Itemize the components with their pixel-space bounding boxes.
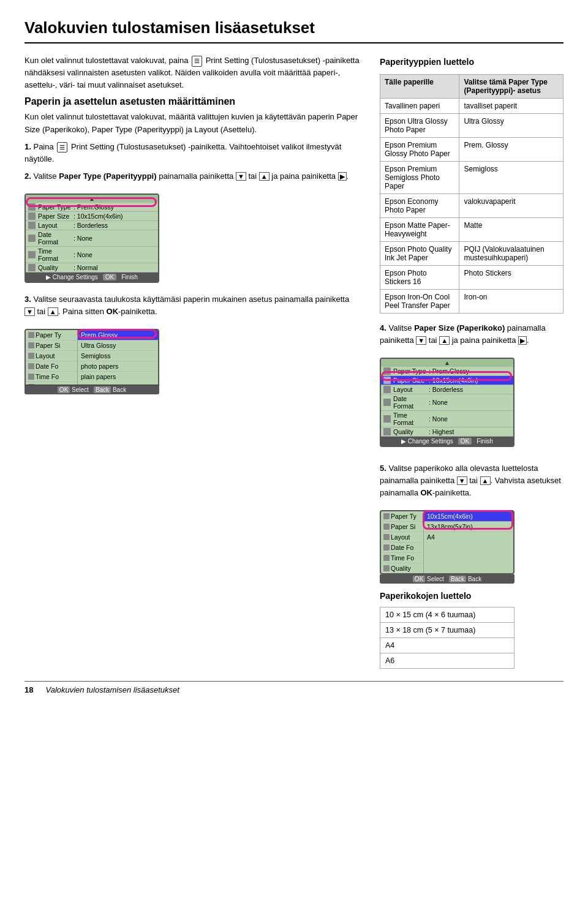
table-row: Epson Matte Paper-HeavyweightMatte <box>380 217 564 241</box>
lcd1-ok[interactable]: OK <box>103 274 116 280</box>
section-intro: Kun olet valinnut tulostettavat valokuva… <box>24 111 361 135</box>
lcd1-row-5: Time Format : None <box>26 247 158 263</box>
table-row: Epson Premium Semigloss Photo PaperSemig… <box>380 161 564 194</box>
lcd3-row-5: Time Format : None <box>381 411 513 427</box>
lcd2-option-2: Ultra Glossy <box>78 340 158 351</box>
size-table-row: A6 <box>380 653 514 669</box>
lcd3-icon-1 <box>383 367 391 375</box>
lcd4-ok-select[interactable]: OK Select <box>413 576 444 582</box>
lcd1-icon-6 <box>28 264 36 271</box>
lcd3-icon-2 <box>383 377 391 384</box>
lcd1-icon-4 <box>28 235 36 242</box>
table-title: Paperityyppien luettelo <box>380 56 564 69</box>
lcd1-row-1: Paper Type : Prem.Glossy <box>26 203 158 212</box>
lcd1-row-3: Layout : Borderless <box>26 221 158 230</box>
lcd4-option-1: 10x15cm(4x6in) <box>424 511 513 522</box>
lcd1-row-2: Paper Size : 10x15cm(4x6in) <box>26 212 158 221</box>
paper-type-table: Tälle paperille Valitse tämä Paper Type … <box>380 74 564 314</box>
table-header-1: Tälle paperille <box>380 74 459 98</box>
lcd1-change-settings: ▶ Change Settings <box>46 274 98 280</box>
size-table-row: A4 <box>380 638 514 653</box>
page-number: 18 <box>24 685 33 694</box>
size-table: 10 × 15 cm (4 × 6 tuumaa)13 × 18 cm (5 ×… <box>380 607 514 669</box>
lcd3-row-1: Paper Type : Prem.Glossy <box>381 367 513 376</box>
step-2: 2. Valitse Paper Type (Paperityyppi) pai… <box>24 170 361 182</box>
lcd1-icon-1 <box>28 203 36 211</box>
lcd1-row-6: Quality : Normal <box>26 263 158 273</box>
print-setting-icon: ☰ <box>192 56 202 67</box>
page-title: Valokuvien tulostamisen lisäasetukset <box>24 18 564 43</box>
table-header-2: Valitse tämä Paper Type (Paperityyppi)- … <box>459 74 564 98</box>
lcd-screen-3-wrap: ▲ Paper Type : Prem.Glossy Paper Size : … <box>380 352 514 456</box>
table-row: Epson Photo Quality Ink Jet PaperPQIJ (V… <box>380 241 564 265</box>
size-table-row: 10 × 15 cm (4 × 6 tuumaa) <box>380 607 514 623</box>
step-1: 1. Paina ☰ Print Setting (Tulostusasetuk… <box>24 141 361 165</box>
step-5: 5. Valitse paperikoko alla olevasta luet… <box>380 462 564 499</box>
lcd-screen-1: ▲ Paper Type : Prem.Glossy Paper Size : … <box>24 194 159 283</box>
lcd-screen-1-wrap: ▲ Paper Type : Prem.Glossy Paper Size : … <box>24 187 159 291</box>
lcd3-row-2: Paper Size : 10x15cm(4x6in) <box>381 376 513 385</box>
lcd3-row-3: Layout : Borderless <box>381 385 513 394</box>
lcd1-footer: ▶ Change Settings OK Finish <box>26 273 158 282</box>
lcd4-option-3: A4 <box>424 532 513 542</box>
lcd3-change-settings: ▶ Change Settings <box>401 438 453 445</box>
lcd2-option-1: Prem.Glossy <box>78 330 158 340</box>
table-row: Epson Iron-On Cool Peel Transfer PaperIr… <box>380 289 564 313</box>
left-column: Kun olet valinnut tulostettavat valokuva… <box>24 55 361 669</box>
lcd1-icon-2 <box>28 212 36 220</box>
lcd2-footer: OK Select Back Back <box>24 385 159 394</box>
lcd2-right-panel: Prem.Glossy Ultra Glossy Semigloss photo… <box>78 330 158 392</box>
lcd-screen-3: ▲ Paper Type : Prem.Glossy Paper Size : … <box>380 358 514 447</box>
right-column: Paperityyppien luettelo Tälle paperille … <box>380 55 564 669</box>
lcd-screen-2-wrap: Paper Ty Paper Si Layout Date Fo Time Fo… <box>24 323 159 403</box>
table-row: Tavallinen paperitavalliset paperit <box>380 98 564 113</box>
size-table-title: Paperikokojen luettelo <box>380 590 564 603</box>
lcd2-left-panel: Paper Ty Paper Si Layout Date Fo Time Fo… <box>26 330 78 392</box>
lcd-screen-4-wrap: Paper Ty Paper Si Layout Date Fo Time Fo… <box>380 504 514 584</box>
lcd3-icon-6 <box>383 428 391 435</box>
print-setting-icon-2: ☰ <box>57 142 67 153</box>
page: Valokuvien tulostamisen lisäasetukset Ku… <box>0 0 588 713</box>
table-row: Epson Photo Stickers 16Photo Stickers <box>380 265 564 289</box>
intro-paragraph: Kun olet valinnut tulostettavat valokuva… <box>24 55 361 91</box>
lcd2-ok-select[interactable]: OK Select <box>58 386 89 393</box>
lcd4-option-2: 13x18cm(5x7in) <box>424 522 513 532</box>
section-title: Paperin ja asettelun asetusten määrittäm… <box>24 96 361 107</box>
lcd1-finish: Finish <box>121 274 138 280</box>
lcd4-back[interactable]: Back Back <box>449 576 481 582</box>
lcd3-ok[interactable]: OK <box>458 438 472 445</box>
table-row: Epson Premium Glossy Photo PaperPrem. Gl… <box>380 137 564 161</box>
lcd2-back[interactable]: Back Back <box>94 386 126 393</box>
lcd4-footer: OK Select Back Back <box>380 574 514 584</box>
lcd3-icon-3 <box>383 386 391 393</box>
footer-bar: 18 Valokuvien tulostamisen lisäasetukset <box>24 681 564 694</box>
lcd1-icon-3 <box>28 222 36 229</box>
lcd3-row-4: Date Format : None <box>381 394 513 411</box>
lcd3-top-arrow: ▲ <box>381 359 513 367</box>
lcd4-right-panel: 10x15cm(4x6in) 13x18cm(5x7in) A4 <box>424 511 513 573</box>
lcd2-option-5: plain papers <box>78 372 158 382</box>
lcd2-option-4: photo papers <box>78 361 158 372</box>
step-3: 3. Valitse seuraavasta taulukosta käyttä… <box>24 293 361 318</box>
lcd3-footer: ▶ Change Settings OK Finish <box>381 437 513 446</box>
lcd3-icon-4 <box>383 399 391 406</box>
lcd3-icon-5 <box>383 415 391 423</box>
footer-title: Valokuvien tulostamisen lisäasetukset <box>45 685 179 694</box>
table-row: Epson Ultra Glossy Photo PaperUltra Glos… <box>380 113 564 137</box>
lcd1-icon-5 <box>28 251 36 258</box>
table-row: Epson Economy Photo Papervalokuvapaperit <box>380 194 564 217</box>
lcd3-finish: Finish <box>477 438 493 445</box>
lcd2-option-3: Semigloss <box>78 351 158 361</box>
lcd1-top-arrow: ▲ <box>26 195 158 203</box>
lcd3-row-6: Quality : Highest <box>381 427 513 437</box>
lcd4-left-panel: Paper Ty Paper Si Layout Date Fo Time Fo… <box>381 511 424 573</box>
size-table-row: 13 × 18 cm (5 × 7 tuumaa) <box>380 623 514 638</box>
step-4: 4. Valitse Paper Size (Paperikoko) paina… <box>380 322 564 347</box>
lcd1-row-4: Date Format : None <box>26 230 158 247</box>
